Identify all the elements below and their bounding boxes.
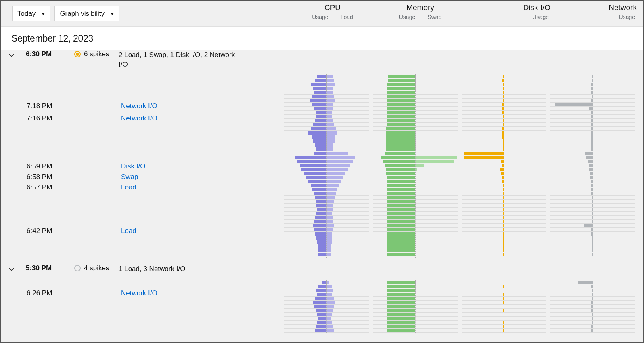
hour-group: 6:30 PM6 spikes2 Load, 1 Swap, 1 Disk I/… (1, 50, 643, 67)
spike-summary: 2 Load, 1 Swap, 1 Disk I/O, 2 Network I/… (119, 50, 244, 69)
spike-badge: 4 spikes (74, 264, 119, 272)
chevron-down-icon (9, 266, 15, 271)
column-header-network: Network (550, 3, 637, 12)
date-range-dropdown-label: Today (17, 10, 36, 18)
event-link[interactable]: Load (121, 227, 136, 235)
chevron-down-icon (9, 52, 15, 57)
event-link[interactable]: Network I/O (121, 114, 157, 122)
event-time: 6:42 PM (27, 227, 121, 235)
hour-group-header[interactable]: 5:30 PM4 spikes1 Load, 3 Network I/O (1, 264, 643, 281)
spark-disk (462, 74, 546, 258)
event-row: 6:42 PMLoad (1, 225, 136, 237)
timeline[interactable]: 6:30 PM6 spikes2 Load, 1 Swap, 1 Disk I/… (1, 50, 643, 342)
spike-summary: 1 Load, 3 Network I/O (119, 264, 185, 274)
column-sub-disk-usage: Usage (533, 14, 549, 20)
graph-block (284, 280, 639, 333)
column-sub-cpu-usage: Usage (312, 14, 328, 20)
event-row: 6:57 PMLoad (1, 182, 136, 193)
hour-group: 5:30 PM4 spikes1 Load, 3 Network I/O (1, 264, 643, 281)
date-heading-text: September 12, 2023 (11, 33, 93, 44)
column-sub-memory-swap: Swap (427, 14, 441, 20)
event-row: 7:16 PMNetwork I/O (1, 113, 157, 124)
hour-group-header[interactable]: 6:30 PM6 spikes2 Load, 1 Swap, 1 Disk I/… (1, 50, 643, 67)
spike-count: 4 spikes (84, 264, 109, 272)
event-row: 6:26 PMNetwork I/O (1, 288, 157, 299)
spike-severity-icon (74, 51, 81, 57)
toolbar: Today Graph visibility CPU Usage Load Me… (1, 1, 643, 27)
event-link[interactable]: Network I/O (121, 289, 157, 297)
column-header-memory: Memory (377, 3, 464, 12)
spark-disk (462, 280, 546, 333)
spike-count: 6 spikes (84, 50, 109, 58)
spark-cpu (284, 280, 369, 333)
event-row: 7:18 PMNetwork I/O (1, 101, 157, 112)
event-time: 7:16 PM (27, 114, 121, 122)
event-link[interactable]: Swap (121, 173, 138, 181)
graph-block (284, 74, 639, 258)
spark-net (550, 74, 635, 258)
metrics-column-header: CPU Usage Load Memory Usage Swap Disk I/… (288, 3, 639, 20)
event-link[interactable]: Load (121, 183, 136, 191)
spike-severity-icon (74, 265, 81, 271)
hour-time: 6:30 PM (26, 50, 74, 58)
spark-mem (373, 74, 458, 258)
spark-net (550, 280, 635, 333)
event-time: 6:57 PM (27, 183, 121, 191)
event-time: 6:58 PM (27, 173, 121, 181)
event-link[interactable]: Disk I/O (121, 162, 145, 170)
spark-mem (373, 280, 458, 333)
event-row: 6:58 PMSwap (1, 171, 138, 183)
event-time: 7:18 PM (27, 102, 121, 110)
date-heading: September 12, 2023 (1, 27, 643, 50)
chevron-down-icon (110, 13, 114, 15)
chevron-down-icon (41, 13, 45, 15)
date-range-dropdown[interactable]: Today (12, 6, 50, 21)
event-link[interactable]: Network I/O (121, 102, 157, 110)
hour-time: 5:30 PM (26, 264, 74, 272)
column-sub-network-usage: Usage (619, 14, 635, 20)
graph-visibility-dropdown-label: Graph visibility (60, 10, 105, 18)
column-sub-cpu-load: Load (341, 14, 353, 20)
event-time: 6:59 PM (27, 162, 121, 170)
spike-badge: 6 spikes (74, 50, 119, 58)
column-header-cpu: CPU (288, 3, 377, 12)
column-sub-memory-usage: Usage (399, 14, 415, 20)
graph-visibility-dropdown[interactable]: Graph visibility (54, 6, 119, 21)
event-row: 6:59 PMDisk I/O (1, 161, 145, 172)
column-header-disk: Disk I/O (464, 3, 550, 12)
event-time: 6:26 PM (27, 289, 121, 297)
spark-cpu (284, 74, 369, 258)
